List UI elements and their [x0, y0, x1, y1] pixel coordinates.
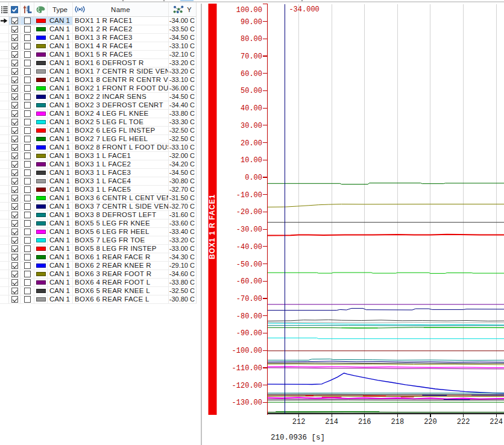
signal-color-swatch[interactable] — [36, 61, 46, 65]
type-cell[interactable]: CAN 1 — [48, 245, 73, 253]
type-cell[interactable]: CAN 1 — [48, 211, 73, 219]
signal-color-swatch[interactable] — [36, 154, 46, 158]
name-cell[interactable]: BOX2 7 LEG FL HEEL — [73, 135, 169, 143]
name-cell[interactable]: BOX6 4 REAR FOOT L — [73, 279, 169, 286]
legend-row[interactable]: CAN 1BOX1 5 R FACE5-32.10 C — [0, 51, 197, 59]
panel-splitter[interactable] — [201, 4, 202, 445]
type-cell[interactable]: CAN 1 — [48, 34, 73, 42]
legend-row[interactable]: CAN 1BOX5 7 LEG FR TOE-33.20 C — [0, 236, 197, 245]
type-cell[interactable]: CAN 1 — [48, 287, 73, 295]
legend-row[interactable]: CAN 1BOX6 3 REAR FOOT R-34.60 C — [0, 270, 197, 279]
option-checkbox[interactable] — [24, 262, 31, 269]
signal-trace[interactable] — [267, 373, 504, 394]
option-checkbox[interactable] — [24, 77, 31, 83]
name-cell[interactable]: BOX6 5 REAR KNEE L — [73, 287, 169, 295]
legend-row[interactable]: CAN 1BOX3 6 CENTR L CENT VENT-31.50 C — [0, 194, 197, 203]
name-cell[interactable]: BOX1 6 DEFROST R — [73, 59, 169, 67]
signal-trace[interactable] — [267, 183, 504, 185]
signal-color-swatch[interactable] — [36, 255, 46, 259]
legend-row[interactable]: CAN 1BOX2 3 DEFROST CENRT-34.40 C — [0, 101, 197, 110]
legend-row[interactable]: CAN 1BOX6 5 REAR KNEE L-32.50 C — [0, 287, 197, 295]
option-checkbox[interactable] — [24, 85, 31, 92]
option-checkbox[interactable] — [24, 296, 31, 303]
enable-checkbox[interactable] — [11, 127, 18, 134]
legend-row[interactable]: CAN 1BOX1 3 R FACE3-34.50 C — [0, 34, 197, 42]
signal-color-swatch[interactable] — [36, 103, 46, 107]
type-cell[interactable]: CAN 1 — [48, 51, 73, 58]
signal-color-swatch[interactable] — [36, 238, 46, 242]
signal-trace[interactable] — [267, 338, 504, 339]
name-cell[interactable]: BOX6 1 REAR FACE R — [73, 253, 169, 261]
name-cell[interactable]: BOX3 8 DEFROST LEFT — [73, 211, 169, 219]
signal-color-swatch[interactable] — [36, 52, 46, 57]
name-cell[interactable]: BOX3 6 CENTR L CENT VENT — [73, 194, 169, 202]
legend-row[interactable]: CAN 1BOX1 1 R FACE1-34.00 C — [0, 17, 197, 25]
option-checkbox[interactable] — [24, 288, 31, 294]
name-cell[interactable]: BOX3 1 L FACE2 — [73, 160, 169, 168]
legend-row[interactable]: CAN 1BOX2 1 FRONT R FOOT DUST-36.00 C — [0, 84, 197, 93]
type-cell[interactable]: CAN 1 — [48, 93, 73, 101]
name-cell[interactable]: BOX2 2 INCAR SENS — [73, 93, 169, 101]
option-checkbox[interactable] — [24, 161, 31, 168]
enable-checkbox[interactable] — [11, 195, 18, 201]
signal-trace[interactable] — [267, 367, 504, 368]
type-cell[interactable]: CAN 1 — [48, 203, 73, 210]
option-checkbox[interactable] — [24, 144, 31, 151]
enable-checkbox[interactable] — [11, 68, 18, 75]
name-cell[interactable]: BOX2 5 LEG FL TOE — [73, 118, 169, 126]
enable-checkbox[interactable] — [11, 34, 18, 41]
enable-checkbox[interactable] — [11, 237, 18, 244]
type-cell[interactable]: CAN 1 — [48, 219, 73, 227]
option-checkbox[interactable] — [24, 102, 31, 109]
signal-color-swatch[interactable] — [36, 69, 46, 74]
enable-checkbox[interactable] — [11, 51, 18, 58]
legend-header-type[interactable]: Type — [48, 2, 73, 16]
signal-trace[interactable] — [267, 320, 504, 321]
signal-trace[interactable] — [267, 394, 504, 395]
name-cell[interactable]: BOX5 6 LEG FR HEEL — [73, 228, 169, 236]
signal-color-swatch[interactable] — [36, 78, 46, 82]
signal-trace[interactable] — [267, 273, 504, 273]
name-cell[interactable]: BOX5 7 LEG FR TOE — [73, 236, 169, 244]
legend-header-name[interactable]: Name — [73, 2, 169, 16]
name-cell[interactable]: BOX2 3 DEFROST CENRT — [73, 101, 169, 109]
legend-row[interactable]: CAN 1BOX5 6 LEG FR HEEL-33.40 C — [0, 228, 197, 236]
signal-trace[interactable] — [267, 361, 504, 362]
option-checkbox[interactable] — [24, 169, 31, 176]
enable-checkbox[interactable] — [11, 186, 18, 193]
name-cell[interactable]: BOX3 7 CENTR L SIDE VENT — [73, 203, 169, 210]
name-cell[interactable]: BOX6 2 REAR KNEE R — [73, 262, 169, 270]
signal-color-swatch[interactable] — [36, 95, 46, 99]
enable-checkbox[interactable] — [11, 271, 18, 277]
name-cell[interactable]: BOX3 1 L FACE1 — [73, 152, 169, 160]
signal-trace[interactable] — [267, 368, 504, 369]
signal-color-swatch[interactable] — [36, 247, 46, 251]
signal-color-swatch[interactable] — [36, 27, 46, 31]
signal-trace[interactable] — [267, 323, 504, 325]
name-cell[interactable]: BOX3 1 L FACE4 — [73, 177, 169, 185]
option-checkbox[interactable] — [24, 178, 31, 185]
option-checkbox[interactable] — [24, 34, 31, 41]
name-cell[interactable]: BOX1 1 R FACE1 — [73, 17, 169, 25]
option-checkbox[interactable] — [24, 153, 31, 159]
type-cell[interactable]: CAN 1 — [48, 84, 73, 92]
type-cell[interactable]: CAN 1 — [48, 118, 73, 126]
type-cell[interactable]: CAN 1 — [48, 68, 73, 75]
enable-checkbox[interactable] — [11, 262, 18, 269]
name-cell[interactable]: BOX1 2 R FACE2 — [73, 25, 169, 33]
enable-checkbox[interactable] — [11, 296, 18, 303]
name-cell[interactable]: BOX6 3 REAR FOOT R — [73, 270, 169, 278]
type-cell[interactable]: CAN 1 — [48, 253, 73, 261]
signal-color-swatch[interactable] — [36, 112, 46, 116]
enable-checkbox[interactable] — [11, 288, 18, 294]
enable-checkbox[interactable] — [11, 229, 18, 235]
signal-color-swatch[interactable] — [36, 204, 46, 209]
legend-row[interactable]: CAN 1BOX2 8 FRONT L FOOT DUST-33.10 C — [0, 144, 197, 152]
enable-checkbox[interactable] — [11, 119, 18, 125]
type-cell[interactable]: CAN 1 — [48, 76, 73, 84]
enable-checkbox[interactable] — [11, 254, 18, 260]
legend-row[interactable]: CAN 1BOX2 5 LEG FL TOE-33.30 C — [0, 118, 197, 127]
enable-checkbox[interactable] — [11, 26, 18, 33]
signal-color-swatch[interactable] — [36, 196, 46, 200]
type-cell[interactable]: CAN 1 — [48, 236, 73, 244]
